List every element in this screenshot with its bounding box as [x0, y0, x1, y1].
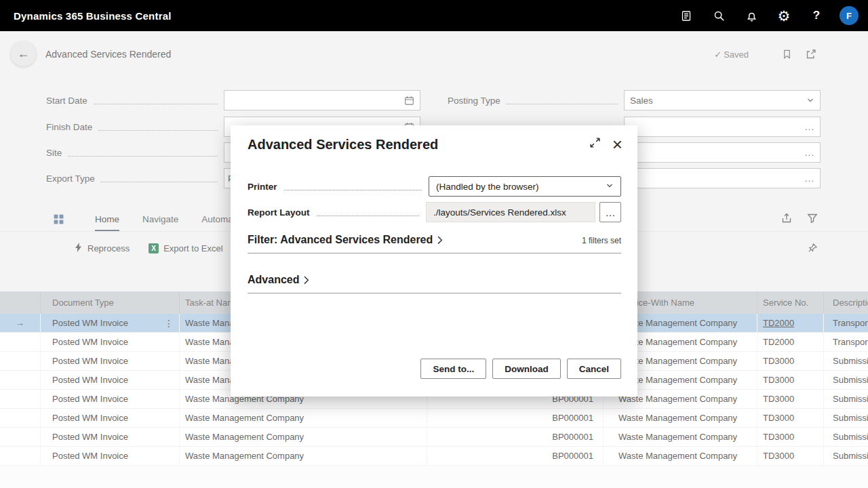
user-avatar[interactable]: F — [840, 6, 859, 25]
filters-set-count: 1 filters set — [582, 236, 621, 245]
report-layout-row: Report Layout ./layouts/Services Rendere… — [248, 202, 621, 222]
close-dialog-icon[interactable]: × — [612, 138, 623, 151]
chevron-down-icon — [606, 182, 614, 192]
download-button[interactable]: Download — [492, 359, 561, 379]
printer-row: Printer (Handled by the browser) — [248, 176, 621, 197]
advanced-section: Advanced — [248, 274, 621, 293]
dialog-footer: Send to... Download Cancel — [420, 359, 621, 379]
dotted-leader — [317, 209, 419, 216]
report-layout-label: Report Layout — [248, 207, 310, 218]
top-bar: Dynamics 365 Business Central ⚙ ? F — [0, 0, 868, 31]
help-icon[interactable]: ? — [800, 0, 833, 31]
app-title: Dynamics 365 Business Central — [14, 10, 172, 22]
chevron-right-icon — [304, 276, 309, 285]
filter-section-toggle[interactable]: Filter: Advanced Services Rendered — [248, 234, 443, 246]
settings-icon[interactable]: ⚙ — [768, 0, 800, 31]
advanced-section-toggle[interactable]: Advanced — [248, 274, 309, 286]
dotted-leader — [284, 183, 422, 190]
notifications-icon[interactable] — [735, 0, 768, 31]
printer-label: Printer — [248, 182, 277, 192]
app-window: Dynamics 365 Business Central ⚙ ? F ← Ad… — [0, 0, 868, 488]
printer-select[interactable]: (Handled by the browser) — [429, 176, 621, 197]
dialog-title: Advanced Services Rendered — [248, 137, 438, 152]
send-to-button[interactable]: Send to... — [420, 359, 486, 379]
cancel-button[interactable]: Cancel — [567, 359, 621, 379]
pages-icon[interactable] — [670, 0, 703, 31]
top-bar-actions: ⚙ ? F — [670, 0, 868, 31]
browse-layout-button[interactable]: … — [599, 202, 621, 222]
dialog-window-controls: × — [589, 137, 623, 151]
expand-dialog-icon[interactable] — [589, 137, 601, 151]
filter-section: Filter: Advanced Services Rendered 1 fil… — [248, 234, 621, 253]
report-request-dialog: Advanced Services Rendered × Printer (Ha… — [231, 125, 637, 396]
search-icon[interactable] — [703, 0, 735, 31]
report-layout-field[interactable]: ./layouts/Services Rendered.xlsx — [426, 202, 595, 222]
chevron-right-icon — [437, 236, 443, 245]
